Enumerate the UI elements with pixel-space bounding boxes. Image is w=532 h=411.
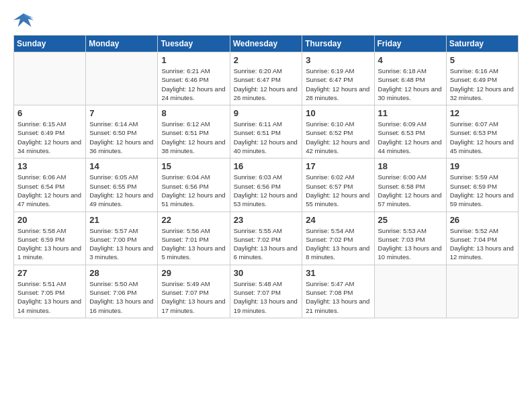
calendar-table: SundayMondayTuesdayWednesdayThursdayFrid… bbox=[13, 35, 519, 318]
calendar-cell: 26Sunrise: 5:52 AMSunset: 7:04 PMDayligh… bbox=[446, 212, 518, 265]
day-number: 30 bbox=[234, 268, 299, 278]
day-number: 21 bbox=[89, 215, 154, 225]
cell-info: Sunrise: 6:00 AMSunset: 6:58 PMDaylight:… bbox=[378, 173, 443, 208]
calendar-cell: 15Sunrise: 6:04 AMSunset: 6:56 PMDayligh… bbox=[158, 158, 230, 212]
day-number: 31 bbox=[306, 268, 370, 278]
cell-info: Sunrise: 6:19 AMSunset: 6:47 PMDaylight:… bbox=[306, 66, 370, 102]
calendar-cell: 13Sunrise: 6:06 AMSunset: 6:54 PMDayligh… bbox=[14, 158, 86, 212]
cell-info: Sunrise: 5:54 AMSunset: 7:02 PMDaylight:… bbox=[306, 226, 370, 262]
calendar-cell: 19Sunrise: 5:59 AMSunset: 6:59 PMDayligh… bbox=[446, 158, 518, 212]
column-header-friday: Friday bbox=[374, 36, 446, 52]
cell-info: Sunrise: 5:53 AMSunset: 7:03 PMDaylight:… bbox=[378, 226, 443, 262]
day-number: 26 bbox=[450, 215, 515, 225]
cell-info: Sunrise: 6:07 AMSunset: 6:53 PMDaylight:… bbox=[450, 120, 515, 155]
calendar-cell: 20Sunrise: 5:58 AMSunset: 6:59 PMDayligh… bbox=[14, 212, 86, 265]
cell-info: Sunrise: 6:15 AMSunset: 6:49 PMDaylight:… bbox=[17, 120, 82, 155]
day-number: 28 bbox=[89, 268, 154, 278]
day-number: 3 bbox=[306, 55, 370, 65]
calendar-week-row: 1Sunrise: 6:21 AMSunset: 6:46 PMDaylight… bbox=[14, 52, 519, 105]
day-number: 27 bbox=[17, 268, 82, 278]
cell-info: Sunrise: 6:04 AMSunset: 6:56 PMDaylight:… bbox=[161, 173, 226, 208]
calendar-cell: 24Sunrise: 5:54 AMSunset: 7:02 PMDayligh… bbox=[302, 212, 374, 265]
svg-marker-0 bbox=[13, 13, 34, 27]
cell-info: Sunrise: 5:56 AMSunset: 7:01 PMDaylight:… bbox=[161, 226, 226, 262]
cell-info: Sunrise: 6:20 AMSunset: 6:47 PMDaylight:… bbox=[234, 66, 299, 102]
header bbox=[13, 11, 519, 30]
calendar-cell bbox=[86, 52, 158, 105]
cell-info: Sunrise: 6:05 AMSunset: 6:55 PMDaylight:… bbox=[89, 173, 154, 208]
cell-info: Sunrise: 6:06 AMSunset: 6:54 PMDaylight:… bbox=[17, 173, 82, 208]
cell-info: Sunrise: 5:48 AMSunset: 7:07 PMDaylight:… bbox=[234, 279, 299, 315]
cell-info: Sunrise: 6:02 AMSunset: 6:57 PMDaylight:… bbox=[306, 173, 370, 208]
day-number: 25 bbox=[378, 215, 443, 225]
day-number: 18 bbox=[378, 161, 443, 171]
calendar-cell: 8Sunrise: 6:12 AMSunset: 6:51 PMDaylight… bbox=[158, 105, 230, 158]
calendar-cell: 27Sunrise: 5:51 AMSunset: 7:05 PMDayligh… bbox=[14, 265, 86, 318]
day-number: 9 bbox=[234, 108, 299, 118]
cell-info: Sunrise: 5:47 AMSunset: 7:08 PMDaylight:… bbox=[306, 279, 370, 315]
day-number: 29 bbox=[161, 268, 226, 278]
day-number: 2 bbox=[234, 55, 299, 65]
calendar-cell: 1Sunrise: 6:21 AMSunset: 6:46 PMDaylight… bbox=[158, 52, 230, 105]
day-number: 14 bbox=[89, 161, 154, 171]
calendar-cell: 30Sunrise: 5:48 AMSunset: 7:07 PMDayligh… bbox=[230, 265, 302, 318]
calendar-cell: 7Sunrise: 6:14 AMSunset: 6:50 PMDaylight… bbox=[86, 105, 158, 158]
day-number: 11 bbox=[378, 108, 443, 118]
day-number: 4 bbox=[378, 55, 443, 65]
calendar-cell: 11Sunrise: 6:09 AMSunset: 6:53 PMDayligh… bbox=[374, 105, 446, 158]
calendar-cell: 16Sunrise: 6:03 AMSunset: 6:56 PMDayligh… bbox=[230, 158, 302, 212]
day-number: 16 bbox=[234, 161, 299, 171]
calendar-cell: 5Sunrise: 6:16 AMSunset: 6:49 PMDaylight… bbox=[446, 52, 518, 105]
cell-info: Sunrise: 5:58 AMSunset: 6:59 PMDaylight:… bbox=[17, 226, 82, 262]
calendar-cell bbox=[446, 265, 518, 318]
cell-info: Sunrise: 5:49 AMSunset: 7:07 PMDaylight:… bbox=[161, 279, 226, 315]
calendar-cell: 31Sunrise: 5:47 AMSunset: 7:08 PMDayligh… bbox=[302, 265, 374, 318]
column-header-tuesday: Tuesday bbox=[158, 36, 230, 52]
calendar-cell: 25Sunrise: 5:53 AMSunset: 7:03 PMDayligh… bbox=[374, 212, 446, 265]
calendar-week-row: 6Sunrise: 6:15 AMSunset: 6:49 PMDaylight… bbox=[14, 105, 519, 158]
day-number: 22 bbox=[161, 215, 226, 225]
calendar-cell: 2Sunrise: 6:20 AMSunset: 6:47 PMDaylight… bbox=[230, 52, 302, 105]
column-header-thursday: Thursday bbox=[302, 36, 374, 52]
day-number: 15 bbox=[161, 161, 226, 171]
calendar-cell: 21Sunrise: 5:57 AMSunset: 7:00 PMDayligh… bbox=[86, 212, 158, 265]
calendar-cell: 4Sunrise: 6:18 AMSunset: 6:48 PMDaylight… bbox=[374, 52, 446, 105]
cell-info: Sunrise: 6:16 AMSunset: 6:49 PMDaylight:… bbox=[450, 66, 515, 102]
calendar-cell: 22Sunrise: 5:56 AMSunset: 7:01 PMDayligh… bbox=[158, 212, 230, 265]
day-number: 1 bbox=[161, 55, 226, 65]
day-number: 5 bbox=[450, 55, 515, 65]
day-number: 8 bbox=[161, 108, 226, 118]
cell-info: Sunrise: 6:11 AMSunset: 6:51 PMDaylight:… bbox=[234, 120, 299, 155]
calendar-week-row: 20Sunrise: 5:58 AMSunset: 6:59 PMDayligh… bbox=[14, 212, 519, 265]
column-header-sunday: Sunday bbox=[14, 36, 86, 52]
logo bbox=[13, 11, 36, 30]
day-number: 19 bbox=[450, 161, 515, 171]
calendar-cell bbox=[374, 265, 446, 318]
calendar-cell: 18Sunrise: 6:00 AMSunset: 6:58 PMDayligh… bbox=[374, 158, 446, 212]
cell-info: Sunrise: 6:12 AMSunset: 6:51 PMDaylight:… bbox=[161, 120, 226, 155]
cell-info: Sunrise: 5:51 AMSunset: 7:05 PMDaylight:… bbox=[17, 279, 82, 315]
cell-info: Sunrise: 5:55 AMSunset: 7:02 PMDaylight:… bbox=[234, 226, 299, 262]
day-number: 24 bbox=[306, 215, 370, 225]
calendar-week-row: 27Sunrise: 5:51 AMSunset: 7:05 PMDayligh… bbox=[14, 265, 519, 318]
cell-info: Sunrise: 5:59 AMSunset: 6:59 PMDaylight:… bbox=[450, 173, 515, 208]
cell-info: Sunrise: 5:52 AMSunset: 7:04 PMDaylight:… bbox=[450, 226, 515, 262]
calendar-week-row: 13Sunrise: 6:06 AMSunset: 6:54 PMDayligh… bbox=[14, 158, 519, 212]
cell-info: Sunrise: 6:14 AMSunset: 6:50 PMDaylight:… bbox=[89, 120, 154, 155]
calendar-cell bbox=[14, 52, 86, 105]
calendar-cell: 29Sunrise: 5:49 AMSunset: 7:07 PMDayligh… bbox=[158, 265, 230, 318]
logo-bird-icon bbox=[13, 11, 34, 30]
day-number: 20 bbox=[17, 215, 82, 225]
calendar-cell: 14Sunrise: 6:05 AMSunset: 6:55 PMDayligh… bbox=[86, 158, 158, 212]
calendar-cell: 6Sunrise: 6:15 AMSunset: 6:49 PMDaylight… bbox=[14, 105, 86, 158]
day-number: 17 bbox=[306, 161, 370, 171]
day-number: 13 bbox=[17, 161, 82, 171]
calendar-cell: 12Sunrise: 6:07 AMSunset: 6:53 PMDayligh… bbox=[446, 105, 518, 158]
column-header-saturday: Saturday bbox=[446, 36, 518, 52]
cell-info: Sunrise: 6:18 AMSunset: 6:48 PMDaylight:… bbox=[378, 66, 443, 102]
cell-info: Sunrise: 6:03 AMSunset: 6:56 PMDaylight:… bbox=[234, 173, 299, 208]
cell-info: Sunrise: 5:57 AMSunset: 7:00 PMDaylight:… bbox=[89, 226, 154, 262]
calendar-cell: 23Sunrise: 5:55 AMSunset: 7:02 PMDayligh… bbox=[230, 212, 302, 265]
cell-info: Sunrise: 5:50 AMSunset: 7:06 PMDaylight:… bbox=[89, 279, 154, 315]
calendar-header-row: SundayMondayTuesdayWednesdayThursdayFrid… bbox=[14, 36, 519, 52]
